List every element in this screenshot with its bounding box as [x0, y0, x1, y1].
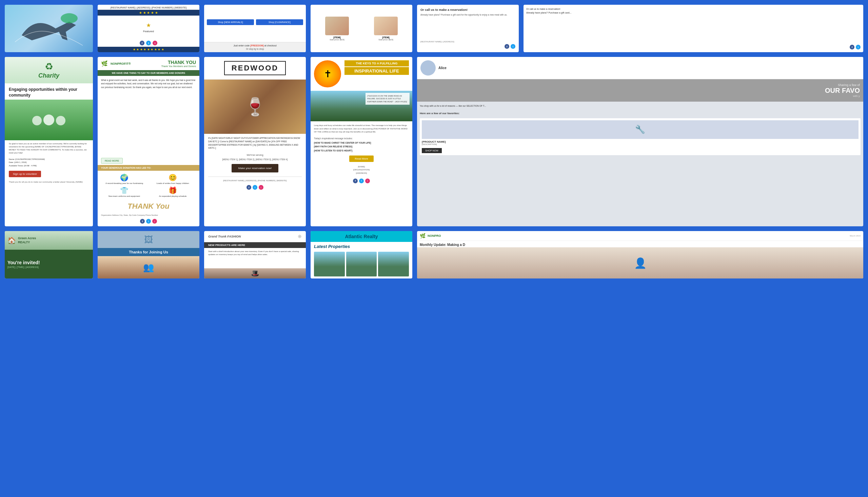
facebook-icon: f	[850, 45, 854, 49]
donation-banner: YOUR GENEROUS DONATION HAS LED TO:	[98, 165, 199, 171]
reservation-button[interactable]: Make your reservation now!	[232, 164, 278, 172]
row-2: ♻ Charity Engaging opportunities within …	[5, 57, 863, 226]
instagram-icon: i	[152, 219, 157, 224]
gift-card-social: f t	[421, 44, 515, 49]
shop-now-button[interactable]: SHOP NOW	[422, 148, 442, 153]
nonprofit-footer-address: Organization Address City, State, Zip Co…	[98, 213, 199, 217]
latest-properties-label: Latest Properties	[314, 244, 409, 249]
inspirational-quote-box: ["SUCCESS IS ON THE SAME ROAD AS FAILURE…	[366, 93, 410, 105]
npm-title: Monthly Update: Making a D	[417, 241, 863, 247]
shirt-icon: 👕	[101, 186, 148, 195]
card-shop-sale: Shop [NEW ARRIVALS] Shop [CLEARANCE] Jus…	[204, 5, 306, 52]
product-description: [DESCRIPTION]	[422, 143, 858, 145]
card-inspirational-life: ✝ THE KEYS TO A FULFILLING INSPIRATIONAL…	[311, 57, 412, 226]
people-group-icon: 👥	[143, 262, 154, 273]
twitter-icon: t	[146, 219, 151, 224]
thanks-banner: Thanks for Joining Us	[98, 248, 199, 256]
atlantic-latest-properties: Latest Properties	[311, 242, 412, 279]
read-more-button[interactable]: Read More	[349, 156, 374, 162]
icon-uniforms: 👕 New team uniforms and equipment	[101, 186, 148, 197]
charity-tagline: Engaging opportunities within your commu…	[5, 83, 93, 100]
card-redwood-restaurant: REDWOOD 🍷 It's [DATE NIGHT/GIRLS' NIGHT …	[204, 57, 306, 226]
read-more-button[interactable]: READ MORE	[101, 158, 123, 164]
restaurant-header-line: [RESTAURANT NAME] | [ADDRESS] | [PHONE N…	[98, 5, 199, 10]
restaurant-middle: ★ Featured	[98, 16, 199, 39]
npm-photo-area: 👤	[417, 247, 863, 279]
icon-smiles: 😊 Loads of smiles from happy children	[150, 173, 196, 184]
redwood-menu: [MENU ITEM 1], [MENU ITEM 2], [MENU ITEM…	[204, 158, 306, 161]
card-partial-r1: Or call us to make a reservation!Already…	[524, 5, 863, 52]
shop-clearance-btn[interactable]: Shop [CLEARANCE]	[256, 19, 303, 25]
row-1: [RESTAURANT NAME] | [ADDRESS] | [PHONE N…	[5, 5, 863, 52]
atlantic-header: Atlantic Realty	[311, 231, 412, 242]
facebook-icon: f	[353, 179, 358, 183]
card-charity: ♻ Charity Engaging opportunities within …	[5, 57, 93, 226]
product-name: [PRODUCT NAME]	[422, 140, 858, 143]
charity-brand-name: Charity	[9, 72, 89, 79]
product-item-2: [ITEM] Sale price: [$15]	[374, 17, 398, 41]
card-favorites-partial: Alice Sharing a few of OUR FAVO with y Y…	[417, 57, 863, 226]
youre-invited-text: You're invited!	[8, 260, 90, 265]
npm-header-row: 🌿 NONPRO March 2015	[417, 231, 863, 241]
nonprofit-social-row: f t i	[98, 217, 199, 226]
our-favorites-title: OUR FAVO	[421, 87, 860, 95]
instagram-icon: i	[153, 41, 157, 45]
bottom-star-row: ★ ★ ★ ★ ★ ★ ★ ★ ★	[98, 47, 199, 52]
signup-volunteer-button[interactable]: Sign up to volunteer	[9, 171, 41, 177]
social-icons-row: f t i	[98, 39, 199, 47]
card-thanks-for-joining: 🖼 Thanks for Joining Us 👥	[98, 231, 199, 279]
twitter-icon: t	[359, 179, 364, 183]
gift-card-body: Already have plans? Purchase a gift card…	[421, 13, 515, 41]
npm-brand-name: NONPRO	[428, 234, 441, 238]
redwood-serving: We'll be serving	[204, 153, 306, 158]
nonprofit-body-text: What a great event we had last week, and…	[98, 76, 199, 157]
avatar-name: Alice	[438, 66, 446, 70]
sun-cross-logo: ✝	[314, 60, 341, 87]
inspirational-message-list: [HOW TO MAKE CHRIST THE CENTER OF YOUR L…	[311, 140, 412, 154]
card-atlantic-realty: Atlantic Realty Latest Properties	[311, 231, 412, 279]
gift-card-title: Or call us to make a reservation!	[421, 8, 515, 12]
redwood-header: REDWOOD	[204, 57, 306, 80]
person-icon: 👤	[634, 257, 647, 269]
product-item-1: [ITEM] Sale price: [$15]	[325, 17, 349, 41]
keys-banner: THE KEYS TO A FULFILLING	[344, 60, 409, 67]
nonprofit-subtitle: Thank You Members and Donors	[161, 65, 196, 68]
gift-card-footer: [RESTAURANT NAME] | [ADDRESS]	[421, 41, 515, 43]
fashion-brand-name: Grand Trunk FASHION	[208, 235, 241, 238]
airplane-illustration	[15, 8, 83, 49]
favorites-top: Alice	[417, 57, 863, 79]
facebook-icon: f	[140, 219, 145, 224]
inspirational-life-title: INSPIRATIONAL LIFE	[344, 67, 409, 75]
avatar-circle	[421, 60, 436, 75]
inspirational-top-section: ✝ THE KEYS TO A FULFILLING INSPIRATIONAL…	[311, 57, 412, 91]
shop-new-arrivals-btn[interactable]: Shop [NEW ARRIVALS]	[207, 19, 254, 25]
promo-code-section: Just enter code [FREEDOM] at checkout Or…	[204, 42, 306, 52]
atlantic-brand-name: Atlantic Realty	[345, 234, 378, 239]
atlantic-brand-block: Atlantic Realty	[345, 234, 378, 239]
card-nonprofit-thankyou: 🌿 NONPROFIT® THANK YOU Thank You Members…	[98, 57, 199, 226]
home-thumbnail-3	[378, 252, 409, 276]
inspirational-messages-header: Today's inspirational message includes:	[311, 137, 412, 140]
facebook-icon: f	[505, 44, 509, 49]
green-acres-brand-name: Green Acres REALTY	[18, 237, 36, 244]
sharing-label: Sharing a few of	[421, 83, 860, 87]
charity-fields: Name: [CAUSE/PROJECT/PROGRAM] Date: [JAN…	[5, 157, 93, 169]
card-gift-card: Or call us to make a reservation! Alread…	[417, 5, 519, 52]
redwood-footer: [RESTAURANT NAME], [ADDRESS], [PHONE NUM…	[204, 178, 306, 183]
nonprofit-logo-icon: 🌿	[101, 60, 108, 67]
product-image-placeholder: 🔧	[422, 120, 858, 139]
inspirational-body: Long days and busy schedules can make li…	[311, 121, 412, 137]
favorites-subtitle: with y	[421, 95, 860, 98]
home-thumbnail-1	[314, 252, 345, 276]
new-products-banner: NEW PRODUCTS ARE HERE	[204, 242, 306, 248]
card-green-acres-realty: 🏠 Green Acres REALTY You're invited! [DA…	[5, 231, 93, 279]
row-3: 🏠 Green Acres REALTY You're invited! [DA…	[5, 231, 863, 279]
nonprofit-title: THANK YOU	[161, 60, 196, 65]
instagram-icon: i	[259, 185, 263, 190]
charity-body-text: So glad to have you as an active member …	[5, 140, 93, 157]
redwood-event-text: It's [DATE NIGHT/GIRLS' NIGHT OUT/CUSTOM…	[204, 134, 306, 153]
redwood-social-row: f t i	[204, 183, 306, 193]
decorative-pattern: ❋	[298, 234, 302, 239]
charity-volunteer-photo	[5, 100, 93, 140]
redwood-brand: REDWOOD	[224, 61, 286, 75]
